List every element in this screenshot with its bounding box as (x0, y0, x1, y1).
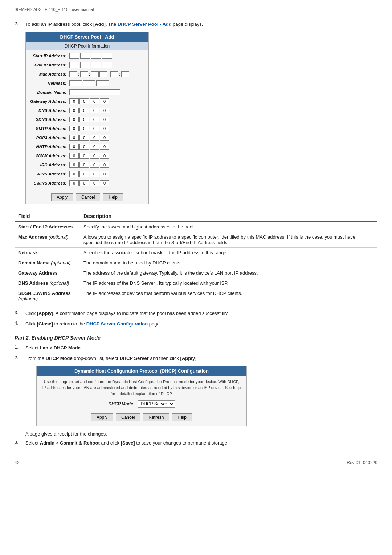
dhcp-apply-button[interactable]: Apply (51, 193, 73, 201)
table-row: Start / End IP Addresses Specify the low… (15, 222, 377, 232)
www-label: WWW Address: (29, 154, 69, 158)
swins-2[interactable] (79, 180, 89, 186)
dns-3[interactable] (90, 108, 99, 113)
sdns-3[interactable] (90, 117, 99, 122)
mac-1[interactable] (69, 71, 77, 77)
footer: 42 Rev:01_040220 (15, 458, 377, 465)
smtp-1[interactable] (69, 126, 79, 131)
irc-row: IRC Address: (29, 161, 145, 169)
mac-5[interactable] (110, 71, 118, 77)
sdns-2[interactable] (79, 117, 89, 122)
netmask-1[interactable] (69, 80, 82, 86)
irc-3[interactable] (90, 162, 99, 168)
table-cell-desc: The IP addresses of devices that perform… (80, 288, 377, 304)
end-ip-label: End IP Address: (29, 63, 69, 67)
domain-name-input[interactable] (69, 89, 120, 95)
swins-3[interactable] (90, 180, 99, 186)
swins-label: SWINS Address: (29, 181, 69, 185)
pop3-4[interactable] (100, 135, 109, 141)
table-cell-desc: The IP address of the DNS Server . Its t… (80, 278, 377, 288)
end-ip-2[interactable] (80, 62, 90, 68)
nntp-1[interactable] (69, 144, 79, 150)
netmask-row: Netmask: (29, 79, 145, 87)
netmask-2[interactable] (83, 80, 95, 86)
table-cell-field: Netmask (15, 247, 80, 258)
after-step-2-text: A page gives a receipt for the changes. (25, 431, 107, 437)
irc-2[interactable] (79, 162, 89, 168)
pop3-label: POP3 Address: (29, 135, 69, 140)
dhcp-help-button[interactable]: Help (103, 193, 123, 201)
sdns-4[interactable] (100, 117, 109, 122)
table-cell-field: Start / End IP Addresses (15, 222, 80, 232)
dhcp-mode-row: DHCP Mode: DHCP Server DHCP Client None (42, 400, 241, 408)
nntp-4[interactable] (100, 144, 109, 150)
start-ip-3[interactable] (91, 53, 101, 59)
swins-4[interactable] (100, 180, 109, 186)
end-ip-row: End IP Address: (29, 61, 145, 69)
dhcp-config-container: Dynamic Host Configuration Protocol (DHC… (36, 366, 247, 426)
pop3-2[interactable] (79, 135, 89, 141)
start-ip-4[interactable] (102, 53, 112, 59)
mac-3[interactable] (91, 71, 99, 77)
dhcp-form-container: DHCP Server Pool - Add DHCP Pool Informa… (25, 32, 149, 204)
part2-step-2-text: From the DHCP Mode drop-down list, selec… (25, 355, 198, 362)
domain-name-label: Domain Name: (29, 90, 69, 94)
nntp-2[interactable] (79, 144, 89, 150)
swins-1[interactable] (69, 180, 79, 186)
table-row: Mac Address (optional) Allows you to ass… (15, 232, 377, 247)
smtp-label: SMTP Address: (29, 126, 69, 131)
part2-step-3-number: 3. (15, 439, 23, 447)
part2-step-2-number: 2. (15, 355, 23, 362)
www-1[interactable] (69, 153, 79, 159)
end-ip-3[interactable] (91, 62, 101, 68)
nntp-3[interactable] (90, 144, 99, 150)
smtp-2[interactable] (79, 126, 89, 131)
dns-2[interactable] (79, 108, 89, 113)
step-4-row: 4. Click [Close] to return to the DHCP S… (15, 320, 377, 328)
pop3-1[interactable] (69, 135, 79, 141)
description-table: Field Description Start / End IP Address… (15, 211, 377, 304)
dhcp-form-title: DHCP Server Pool - Add (26, 32, 148, 42)
gateway-3[interactable] (90, 98, 99, 104)
gateway-2[interactable] (79, 98, 89, 104)
pop3-3[interactable] (90, 135, 99, 141)
www-2[interactable] (79, 153, 89, 159)
config-help-button[interactable]: Help (172, 413, 192, 421)
smtp-row: SMTP Address: (29, 125, 145, 133)
irc-1[interactable] (69, 162, 79, 168)
gateway-1[interactable] (69, 98, 79, 104)
config-refresh-button[interactable]: Refresh (143, 413, 169, 421)
start-ip-label: Start IP Address: (29, 54, 69, 58)
smtp-3[interactable] (90, 126, 99, 131)
end-ip-1[interactable] (69, 62, 79, 68)
smtp-4[interactable] (100, 126, 109, 131)
irc-inputs (69, 162, 109, 168)
dhcp-mode-select[interactable]: DHCP Server DHCP Client None (138, 400, 175, 408)
netmask-3[interactable] (96, 80, 109, 86)
wins-1[interactable] (69, 171, 79, 177)
start-ip-1[interactable] (69, 53, 79, 59)
netmask-label: Netmask: (29, 81, 69, 85)
mac-2[interactable] (80, 71, 88, 77)
dns-1[interactable] (69, 108, 79, 113)
config-apply-button[interactable]: Apply (91, 413, 113, 421)
start-ip-2[interactable] (80, 53, 90, 59)
table-cell-field: DNS Address (optional) (15, 278, 80, 288)
table-cell-desc: Specify the lowest and highest addresses… (80, 222, 377, 232)
end-ip-4[interactable] (102, 62, 112, 68)
gateway-4[interactable] (100, 98, 109, 104)
sdns-1[interactable] (69, 117, 79, 122)
config-cancel-button[interactable]: Cancel (116, 413, 140, 421)
www-3[interactable] (90, 153, 99, 159)
wins-4[interactable] (100, 171, 109, 177)
dns-4[interactable] (100, 108, 109, 113)
table-col-desc: Description (80, 211, 377, 222)
dhcp-config-desc: Use this page to set and configure the D… (42, 379, 241, 397)
mac-6[interactable] (121, 71, 129, 77)
www-4[interactable] (100, 153, 109, 159)
irc-4[interactable] (100, 162, 109, 168)
mac-4[interactable] (99, 71, 107, 77)
wins-3[interactable] (90, 171, 99, 177)
dhcp-cancel-button[interactable]: Cancel (76, 193, 100, 201)
wins-2[interactable] (79, 171, 89, 177)
